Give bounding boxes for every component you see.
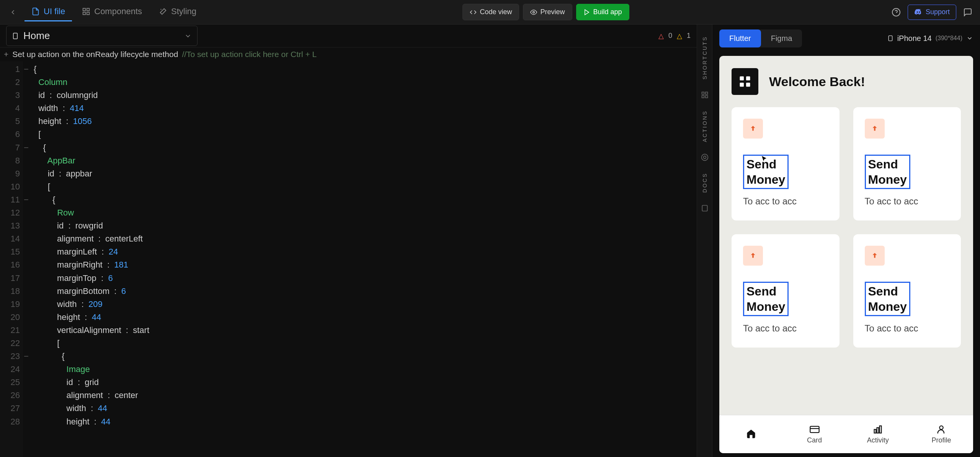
arrow-up-icon: [865, 119, 885, 139]
chat-button[interactable]: [960, 5, 975, 20]
back-button[interactable]: [5, 4, 21, 21]
preview-button[interactable]: Preview: [523, 4, 572, 20]
phone-icon: [887, 34, 893, 43]
shortcuts-icon: [701, 91, 709, 99]
fold-column: − − − −: [23, 61, 29, 457]
device-frame: Welcome Back! SendMoney To acc to acc Se…: [719, 56, 973, 453]
support-button[interactable]: Support: [908, 5, 956, 20]
file-name: Home: [23, 30, 50, 42]
tab-styling[interactable]: Styling: [152, 3, 203, 21]
code-editor[interactable]: 1 2 3 4 5 6 7 8 9 10 11 12 13 14 15 16 1…: [0, 61, 697, 457]
rail-docs[interactable]: DOCS: [702, 173, 708, 193]
card-subtitle: To acc to acc: [743, 323, 828, 334]
error-icon: △: [658, 32, 664, 40]
rail-actions[interactable]: ACTIONS: [702, 110, 708, 142]
svg-rect-22: [874, 429, 876, 433]
device-selector[interactable]: iPhone 14 (390*844): [887, 34, 973, 43]
eye-icon: [530, 9, 537, 16]
help-button[interactable]: [889, 5, 904, 20]
nav-home[interactable]: [719, 415, 783, 453]
svg-rect-24: [880, 426, 882, 433]
svg-rect-23: [877, 428, 879, 433]
wand-icon: [159, 7, 167, 16]
vertical-rail: SHORTCUTS ACTIONS DOCS: [697, 24, 712, 457]
tab-label: Components: [94, 7, 142, 16]
svg-rect-19: [746, 83, 750, 87]
preview-tab-group: Flutter Figma: [719, 29, 802, 47]
button-label: Preview: [540, 8, 565, 16]
svg-rect-15: [889, 36, 892, 41]
lifecycle-action-bar[interactable]: + Set up action on the onReady lifecycle…: [0, 47, 697, 61]
phone-icon: [12, 31, 19, 41]
svg-rect-17: [746, 77, 750, 81]
preview-pane: Flutter Figma iPhone 14 (390*844): [712, 24, 980, 457]
code-icon: [470, 9, 477, 16]
svg-rect-20: [810, 426, 819, 433]
build-app-button[interactable]: Build app: [576, 4, 629, 20]
send-money-card[interactable]: SendMoney To acc to acc: [732, 234, 840, 348]
issues-indicator[interactable]: △ 0 △ 1: [658, 32, 691, 40]
action-text: Set up action on the onReady lifecycle m…: [12, 50, 178, 59]
file-icon: [31, 7, 40, 16]
actions-icon: [701, 153, 709, 161]
svg-rect-9: [705, 92, 707, 94]
profile-icon: [936, 424, 947, 435]
play-icon: [583, 9, 590, 16]
arrow-up-icon: [743, 119, 763, 139]
arrow-up-icon: [743, 246, 763, 266]
nav-profile[interactable]: Profile: [910, 415, 973, 453]
send-money-card[interactable]: SendMoney To acc to acc: [853, 234, 961, 348]
svg-rect-16: [740, 77, 744, 81]
nav-label: Activity: [867, 436, 889, 444]
file-selector[interactable]: Home: [6, 26, 198, 46]
svg-point-13: [703, 156, 706, 159]
svg-rect-11: [705, 96, 707, 98]
warning-count: 1: [687, 32, 691, 40]
svg-rect-18: [740, 83, 744, 87]
card-title: SendMoney: [865, 282, 910, 316]
nav-activity[interactable]: Activity: [846, 415, 910, 453]
svg-rect-3: [87, 12, 89, 15]
activity-icon: [872, 424, 883, 435]
svg-point-25: [939, 426, 943, 429]
tab-figma[interactable]: Figma: [761, 29, 802, 47]
card-title: SendMoney: [743, 155, 789, 189]
home-icon: [746, 428, 756, 439]
card-subtitle: To acc to acc: [743, 196, 828, 207]
tab-ui-file[interactable]: UI file: [24, 3, 72, 21]
button-label: Support: [926, 8, 950, 16]
svg-rect-2: [83, 12, 85, 15]
arrow-up-icon: [865, 246, 885, 266]
docs-icon: [701, 204, 709, 212]
send-money-card[interactable]: SendMoney To acc to acc: [732, 107, 840, 220]
tab-flutter[interactable]: Flutter: [719, 29, 761, 47]
send-money-card[interactable]: SendMoney To acc to acc: [853, 107, 961, 220]
chevron-down-icon: [966, 35, 973, 42]
nav-card[interactable]: Card: [783, 415, 846, 453]
rail-shortcuts[interactable]: SHORTCUTS: [702, 36, 708, 80]
button-label: Build app: [593, 8, 622, 16]
action-comment: //To set up action click here or Ctrl + …: [182, 50, 317, 59]
tab-label: Styling: [171, 7, 196, 16]
chat-icon: [963, 8, 972, 17]
line-gutter: 1 2 3 4 5 6 7 8 9 10 11 12 13 14 15 16 1…: [0, 61, 23, 457]
button-label: Code view: [480, 8, 512, 16]
code-view-button[interactable]: Code view: [462, 4, 519, 20]
device-name: iPhone 14: [897, 34, 932, 43]
error-count: 0: [668, 32, 672, 40]
warning-icon: △: [677, 32, 682, 40]
help-icon: [892, 8, 901, 17]
svg-rect-0: [83, 8, 85, 11]
svg-rect-8: [702, 92, 704, 94]
topbar: UI file Components Styling Code view Pre…: [0, 0, 980, 24]
code-body[interactable]: { Column id : columngrid width : 414 hei…: [29, 61, 697, 457]
device-dim: (390*844): [936, 35, 962, 42]
svg-rect-7: [13, 33, 18, 39]
nav-label: Card: [807, 436, 822, 444]
card-subtitle: To acc to acc: [865, 323, 950, 334]
chevron-down-icon: [184, 32, 192, 40]
tab-components[interactable]: Components: [75, 3, 149, 21]
app-grid-icon[interactable]: [732, 68, 758, 95]
card-subtitle: To acc to acc: [865, 196, 950, 207]
grid-icon: [82, 7, 90, 16]
